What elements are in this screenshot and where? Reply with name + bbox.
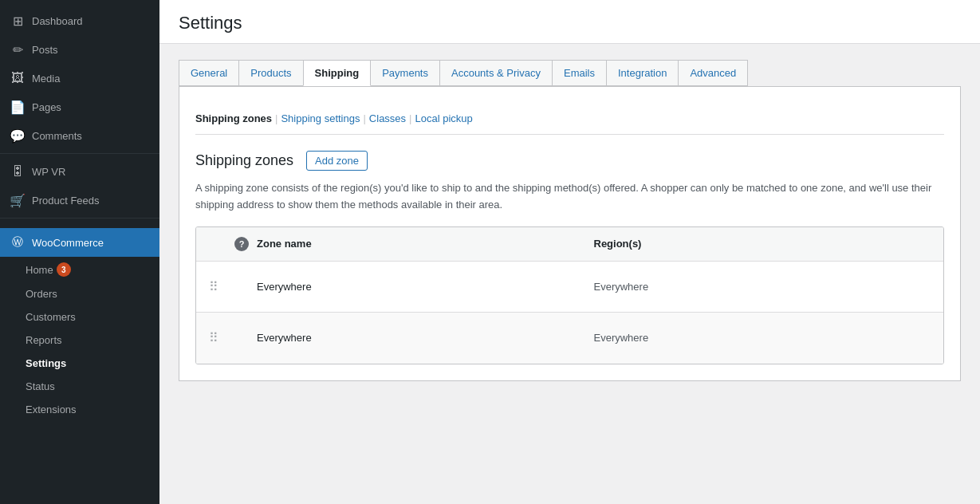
help-col-header: ? xyxy=(234,237,257,251)
zones-table: ? Zone name Region(s) ⠿ Everywhere Every… xyxy=(195,226,944,364)
tab-products[interactable]: Products xyxy=(238,60,303,86)
woocommerce-sub-menu: Home 3 Orders Customers Reports Settings… xyxy=(0,257,159,421)
woo-reports-label: Reports xyxy=(26,334,62,346)
table-header: ? Zone name Region(s) xyxy=(196,227,943,262)
comments-icon: 💬 xyxy=(10,128,26,144)
sidebar-divider xyxy=(0,153,159,154)
sidebar-top-section: ⊞ Dashboard ✏ Posts 🖼 Media 📄 Pages 💬 Co… xyxy=(0,0,159,228)
zone-name-cell: Everywhere xyxy=(257,281,594,293)
sidebar-item-media[interactable]: 🖼 Media xyxy=(0,64,159,93)
woo-home-label: Home xyxy=(26,264,53,276)
table-row[interactable]: ⠿ Everywhere Everywhere xyxy=(196,313,943,364)
tab-integration[interactable]: Integration xyxy=(606,60,679,86)
woo-sub-home[interactable]: Home 3 xyxy=(0,257,159,282)
woo-customers-label: Customers xyxy=(26,311,76,323)
sub-nav-sep: | xyxy=(363,112,365,124)
region-header: Region(s) xyxy=(594,238,931,250)
tab-emails[interactable]: Emails xyxy=(552,60,607,86)
settings-tabs: GeneralProductsShippingPaymentsAccounts … xyxy=(179,60,961,86)
sidebar-item-label: WP VR xyxy=(32,166,65,178)
tab-payments[interactable]: Payments xyxy=(370,60,440,86)
wp-vr-icon: 🎛 xyxy=(10,163,26,179)
woocommerce-section: Ⓦ WooCommerce Home 3 Orders Customers Re… xyxy=(0,228,159,421)
page-title: Settings xyxy=(159,0,980,44)
table-body: ⠿ Everywhere Everywhere ⠿ Everywhere Eve… xyxy=(196,262,943,364)
sidebar-item-label: Comments xyxy=(32,130,82,142)
posts-icon: ✏ xyxy=(10,41,26,57)
sidebar-item-label: Media xyxy=(32,73,60,85)
sub-nav-sep: | xyxy=(275,112,277,124)
tab-advanced[interactable]: Advanced xyxy=(678,60,748,86)
sidebar-item-wp-vr[interactable]: 🎛 WP VR xyxy=(0,157,159,186)
sidebar-item-pages[interactable]: 📄 Pages xyxy=(0,93,159,121)
dashboard-icon: ⊞ xyxy=(10,13,26,29)
woo-sub-orders[interactable]: Orders xyxy=(0,282,159,305)
woo-sub-extensions[interactable]: Extensions xyxy=(0,398,159,421)
woo-sub-settings[interactable]: Settings xyxy=(0,352,159,375)
content-area: GeneralProductsShippingPaymentsAccounts … xyxy=(159,44,980,504)
table-row[interactable]: ⠿ Everywhere Everywhere xyxy=(196,262,943,313)
pages-icon: 📄 xyxy=(10,99,26,115)
sidebar-item-label: Product Feeds xyxy=(32,195,100,207)
add-zone-button[interactable]: Add zone xyxy=(306,151,368,171)
zone-name-cell: Everywhere xyxy=(257,332,594,344)
sidebar-item-dashboard[interactable]: ⊞ Dashboard xyxy=(0,6,159,35)
sidebar-item-label: Pages xyxy=(32,101,61,113)
sidebar: ⊞ Dashboard ✏ Posts 🖼 Media 📄 Pages 💬 Co… xyxy=(0,0,159,504)
sub-nav-shipping-settings[interactable]: Shipping settings xyxy=(281,112,360,124)
woo-sub-reports[interactable]: Reports xyxy=(0,329,159,352)
sidebar-item-label: Posts xyxy=(32,44,58,56)
tab-general[interactable]: General xyxy=(179,60,239,86)
sub-nav-classes[interactable]: Classes xyxy=(369,112,406,124)
sidebar-divider-2 xyxy=(0,218,159,219)
woocommerce-icon: Ⓦ xyxy=(10,234,26,250)
shipping-zones-title: Shipping zones xyxy=(195,152,293,169)
drag-handle[interactable]: ⠿ xyxy=(209,279,234,294)
woo-status-label: Status xyxy=(26,380,55,392)
sub-nav-sep: | xyxy=(409,112,411,124)
zone-name-header: Zone name xyxy=(257,238,594,250)
sub-nav-local-pickup[interactable]: Local pickup xyxy=(415,112,473,124)
main-content: Settings GeneralProductsShippingPayments… xyxy=(159,0,980,504)
product-feeds-icon: 🛒 xyxy=(10,192,26,208)
shipping-sub-nav: Shipping zones|Shipping settings|Classes… xyxy=(195,103,944,135)
tab-accounts-privacy[interactable]: Accounts & Privacy xyxy=(439,60,553,86)
media-icon: 🖼 xyxy=(10,70,26,86)
sidebar-item-label: Dashboard xyxy=(32,15,83,27)
woo-sub-status[interactable]: Status xyxy=(0,375,159,398)
woo-orders-label: Orders xyxy=(26,288,57,300)
zone-region-cell: Everywhere xyxy=(594,281,931,293)
sidebar-item-posts[interactable]: ✏ Posts xyxy=(0,35,159,64)
zone-region-cell: Everywhere xyxy=(594,332,931,344)
woo-sub-customers[interactable]: Customers xyxy=(0,305,159,329)
woo-extensions-label: Extensions xyxy=(26,404,77,415)
section-title-row: Shipping zones Add zone xyxy=(195,151,944,171)
sidebar-item-comments[interactable]: 💬 Comments xyxy=(0,121,159,150)
woo-settings-label: Settings xyxy=(26,357,66,369)
sidebar-item-product-feeds[interactable]: 🛒 Product Feeds xyxy=(0,186,159,215)
drag-handle[interactable]: ⠿ xyxy=(209,330,234,345)
shipping-description: A shipping zone consists of the region(s… xyxy=(195,180,944,214)
sub-nav-shipping-zones[interactable]: Shipping zones xyxy=(195,112,272,124)
woocommerce-menu-item[interactable]: Ⓦ WooCommerce xyxy=(0,228,159,257)
tabs-content: Shipping zones|Shipping settings|Classes… xyxy=(179,86,961,381)
woocommerce-label: WooCommerce xyxy=(32,237,104,249)
tab-shipping[interactable]: Shipping xyxy=(303,60,372,86)
help-icon[interactable]: ? xyxy=(234,237,249,251)
home-badge: 3 xyxy=(57,262,71,277)
